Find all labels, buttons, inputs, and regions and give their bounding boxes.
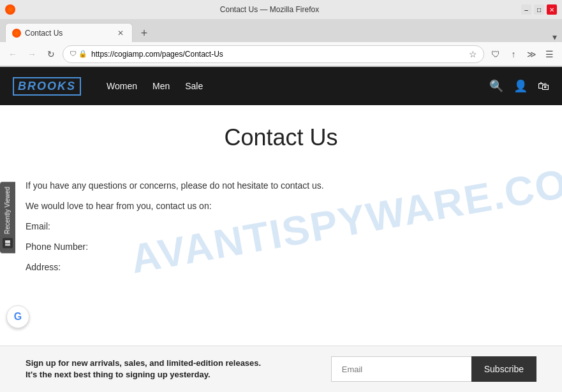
user-icon[interactable]: 👤 bbox=[514, 79, 528, 93]
window-controls: – □ ✕ bbox=[521, 4, 557, 15]
active-tab[interactable]: Contact Us ✕ bbox=[5, 23, 133, 42]
page-title: Contact Us bbox=[26, 124, 536, 151]
recently-viewed-sidebar[interactable]: Recently Viewed bbox=[0, 182, 15, 253]
google-button[interactable]: G bbox=[6, 305, 29, 328]
email-input[interactable] bbox=[331, 356, 471, 382]
nav-link-men[interactable]: Men bbox=[152, 81, 170, 91]
share-icon[interactable]: ↑ bbox=[506, 47, 521, 62]
newsletter-bar: Sign up for new arrivals, sales, and lim… bbox=[0, 345, 562, 392]
site-navbar: BROOKS Women Men Sale 🔍 👤 🛍 bbox=[0, 67, 562, 105]
title-bar: Contact Us — Mozilla Firefox – □ ✕ bbox=[0, 0, 562, 19]
toolbar-icons: 🛡 ↑ ≫ ☰ bbox=[488, 47, 557, 62]
search-icon[interactable]: 🔍 bbox=[489, 79, 503, 93]
intro-line2: We would love to hear from you, contact … bbox=[26, 197, 408, 215]
address-label: Address: bbox=[26, 258, 408, 276]
refresh-button[interactable]: ↻ bbox=[43, 47, 59, 62]
recently-viewed-icon bbox=[3, 238, 13, 248]
url-text: https://cogiamp.com/pages/Contact-Us bbox=[91, 50, 465, 59]
security-icon: 🛡 🔒 bbox=[70, 50, 87, 58]
address-bar: ← → ↻ 🛡 🔒 https://cogiamp.com/pages/Cont… bbox=[0, 42, 562, 66]
nav-link-women[interactable]: Women bbox=[107, 81, 137, 91]
extensions-icon[interactable]: ≫ bbox=[524, 47, 539, 62]
contact-info: If you have any questions or concerns, p… bbox=[26, 177, 408, 276]
minimize-button[interactable]: – bbox=[521, 4, 531, 15]
cart-icon[interactable]: 🛍 bbox=[538, 80, 549, 93]
intro-line1: If you have any questions or concerns, p… bbox=[26, 177, 408, 194]
svg-rect-0 bbox=[5, 244, 10, 245]
url-bar[interactable]: 🛡 🔒 https://cogiamp.com/pages/Contact-Us… bbox=[63, 45, 484, 63]
phone-label: Phone Number: bbox=[26, 238, 408, 256]
brand-logo[interactable]: BROOKS bbox=[13, 77, 81, 96]
tab-close-button[interactable]: ✕ bbox=[115, 28, 126, 38]
browser-title: Contact Us — Mozilla Firefox bbox=[18, 5, 521, 14]
newsletter-text: Sign up for new arrivals, sales, and lim… bbox=[26, 358, 268, 381]
newsletter-form: Subscribe bbox=[331, 356, 536, 382]
nav-link-sale[interactable]: Sale bbox=[185, 81, 203, 91]
website-content: BROOKS Women Men Sale 🔍 👤 🛍 AVANTISPYWAR… bbox=[0, 67, 562, 392]
nav-links: Women Men Sale bbox=[107, 81, 489, 91]
recently-viewed-label: Recently Viewed bbox=[4, 187, 11, 234]
tab-favicon bbox=[12, 29, 21, 38]
back-button[interactable]: ← bbox=[5, 47, 20, 62]
pocket-icon[interactable]: 🛡 bbox=[488, 47, 503, 62]
close-button[interactable]: ✕ bbox=[547, 4, 557, 15]
tab-bar: Contact Us ✕ + ▾ bbox=[0, 19, 562, 42]
forward-button[interactable]: → bbox=[24, 47, 40, 62]
email-label: Email: bbox=[26, 217, 408, 235]
subscribe-button[interactable]: Subscribe bbox=[471, 356, 536, 382]
tabs-menu-chevron[interactable]: ▾ bbox=[552, 32, 557, 42]
firefox-icon bbox=[5, 4, 15, 15]
tab-title: Contact Us bbox=[25, 29, 112, 38]
menu-icon[interactable]: ☰ bbox=[542, 47, 557, 62]
svg-rect-1 bbox=[5, 242, 10, 243]
new-tab-button[interactable]: + bbox=[135, 24, 153, 42]
svg-rect-2 bbox=[5, 240, 10, 242]
bookmark-star-icon[interactable]: ☆ bbox=[469, 49, 477, 59]
main-content: Contact Us If you have any questions or … bbox=[0, 105, 562, 298]
nav-icons: 🔍 👤 🛍 bbox=[489, 79, 549, 93]
maximize-button[interactable]: □ bbox=[534, 4, 544, 15]
